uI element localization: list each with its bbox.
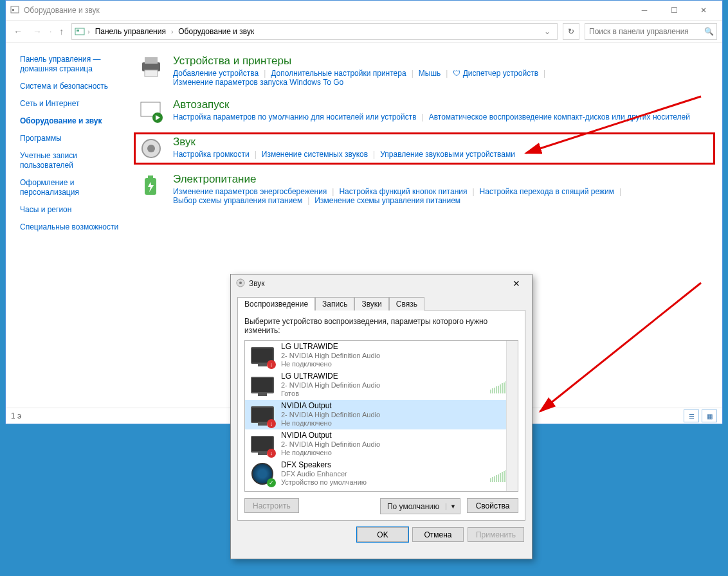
link-volume[interactable]: Настройка громкости	[173, 150, 250, 159]
device-status: Не подключено	[281, 419, 513, 428]
device-desc: 2- NVIDIA High Definition Audio	[281, 440, 513, 449]
sidebar: Панель управления —домашняя страница Сис…	[6, 43, 127, 410]
monitor-icon: ↓	[250, 402, 275, 427]
refresh-button[interactable]: ↻	[563, 23, 579, 40]
address-bar[interactable]: › Панель управления › Оборудование и зву…	[71, 23, 558, 40]
device-desc: DFX Audio Enhancer	[281, 470, 484, 478]
search-input[interactable]	[588, 26, 704, 37]
link-change-plan[interactable]: Изменение схемы управления питанием	[314, 196, 460, 205]
device-row[interactable]: ✓DFX SpeakersDFX Audio EnhancerУстройств…	[245, 459, 518, 489]
sidebar-item-system[interactable]: Система и безопасность	[20, 82, 127, 91]
svg-point-15	[239, 282, 242, 284]
device-name: NVIDIA Output	[281, 431, 513, 440]
view-details-button[interactable]: ☰	[684, 410, 699, 422]
link-add-device[interactable]: Добавление устройства	[173, 69, 259, 78]
view-icons-button[interactable]: ▦	[702, 410, 717, 422]
speaker-icon	[138, 136, 164, 161]
address-icon	[75, 26, 85, 37]
maximize-button[interactable]: ☐	[659, 1, 689, 20]
device-desc: 2- NVIDIA High Definition Audio	[281, 381, 484, 390]
link-sleep[interactable]: Настройка перехода в спящий режим	[480, 187, 614, 196]
dialog-buttons: OK Отмена Применить	[231, 521, 532, 548]
link-power-plan[interactable]: Выбор схемы управления питанием	[173, 196, 302, 205]
instruction-text: Выберите устройство воспроизведения, пар…	[244, 317, 518, 335]
chevron-down-icon[interactable]: ▼	[446, 503, 460, 510]
sidebar-item-programs[interactable]: Программы	[20, 134, 127, 143]
sound-icon	[236, 278, 245, 289]
link-power-buttons[interactable]: Настройка функций кнопок питания	[339, 187, 467, 196]
sound-dialog: Звук ✕ Воспроизведение Запись Звуки Связ…	[230, 274, 532, 559]
set-default-button[interactable]: По умолчанию▼	[380, 498, 460, 514]
device-row[interactable]: LG ULTRAWIDE2- NVIDIA High Definition Au…	[245, 370, 518, 400]
link-mouse[interactable]: Мышь	[419, 69, 441, 78]
category-title[interactable]: Электропитание	[173, 173, 711, 186]
window-icon	[10, 5, 20, 15]
device-name: DFX Speakers	[281, 461, 484, 470]
sidebar-item-accessibility[interactable]: Специальные возможности	[20, 222, 127, 232]
chevron-down-icon[interactable]: ⌄	[540, 27, 554, 36]
device-list: ↓LG ULTRAWIDE2- NVIDIA High Definition A…	[244, 340, 518, 492]
dialog-close-button[interactable]: ✕	[506, 276, 527, 291]
cancel-button[interactable]: Отмена	[412, 527, 464, 542]
sidebar-item-network[interactable]: Сеть и Интернет	[20, 99, 127, 109]
category-title[interactable]: Звук	[173, 136, 515, 148]
device-desc: 2- NVIDIA High Definition Audio	[281, 411, 513, 419]
device-status: Не подключено	[281, 449, 513, 457]
svg-rect-6	[145, 70, 158, 76]
status-text: 1 э	[11, 411, 21, 420]
svg-rect-13	[148, 176, 153, 179]
minimize-button[interactable]: ─	[630, 1, 659, 20]
tab-page-playback: Выберите устройство воспроизведения, пар…	[237, 310, 525, 521]
tab-playback[interactable]: Воспроизведение	[237, 297, 315, 310]
sidebar-item-clock[interactable]: Часы и регион	[20, 205, 127, 215]
link-power-settings[interactable]: Изменение параметров энергосбережения	[173, 187, 327, 196]
link-autoplay-defaults[interactable]: Настройка параметров по умолчанию для но…	[173, 113, 417, 122]
svg-rect-1	[12, 9, 14, 11]
window-title: Оборудование и звук	[24, 6, 100, 15]
back-button[interactable]: ←	[11, 26, 25, 37]
sidebar-item-hardware[interactable]: Оборудование и звук	[20, 116, 127, 126]
category-title[interactable]: Автозапуск	[173, 98, 690, 111]
device-status: Не подключено	[281, 360, 513, 368]
tab-recording[interactable]: Запись	[315, 297, 354, 310]
sidebar-home[interactable]: Панель управления —домашняя страница	[20, 55, 127, 74]
dialog-titlebar: Звук ✕	[231, 274, 532, 292]
svg-rect-3	[77, 30, 79, 32]
link-autoplay-cd[interactable]: Автоматическое воспроизведение компакт-д…	[429, 113, 690, 122]
device-row[interactable]: ↓NVIDIA Output2- NVIDIA High Definition …	[245, 429, 518, 459]
sidebar-item-appearance[interactable]: Оформление и персонализация	[20, 178, 127, 197]
link-sound-devices[interactable]: Управление звуковыми устройствами	[380, 150, 515, 159]
crumb-root[interactable]: Панель управления	[93, 27, 168, 36]
close-button[interactable]: ✕	[689, 1, 718, 20]
forward-button[interactable]: →	[30, 26, 44, 37]
configure-button[interactable]: Настроить	[244, 498, 299, 513]
svg-rect-5	[145, 57, 158, 64]
category-title[interactable]: Устройства и принтеры	[173, 55, 711, 68]
up-button[interactable]: ↑	[57, 26, 66, 37]
device-name: LG ULTRAWIDE	[281, 372, 484, 381]
scrollbar[interactable]	[506, 341, 518, 491]
monitor-icon: ↓	[250, 432, 275, 456]
device-row[interactable]: ↓NVIDIA Output2- NVIDIA High Definition …	[245, 400, 518, 429]
toolbar: ← → · ↑ › Панель управления › Оборудован…	[6, 20, 722, 43]
link-windows-togo[interactable]: Изменение параметров запуска Windows To …	[173, 78, 343, 87]
link-printer-settings[interactable]: Дополнительные настройки принтера	[271, 69, 406, 78]
apply-button[interactable]: Применить	[468, 527, 524, 542]
category-sound: Звук Настройка громкости| Изменение сист…	[134, 133, 714, 164]
link-device-manager[interactable]: 🛡 Диспетчер устройств	[453, 69, 538, 78]
battery-icon	[138, 173, 164, 199]
category-devices: Устройства и принтеры Добавление устройс…	[134, 52, 714, 89]
sidebar-item-accounts[interactable]: Учетные записи пользователей	[20, 151, 127, 170]
device-status: Готов	[281, 390, 484, 398]
search-box[interactable]: 🔍	[585, 23, 717, 40]
device-name: NVIDIA Output	[281, 402, 513, 411]
link-system-sounds[interactable]: Изменение системных звуков	[262, 150, 368, 159]
printer-icon	[138, 55, 164, 80]
ok-button[interactable]: OK	[357, 527, 408, 542]
crumb-current[interactable]: Оборудование и звук	[176, 27, 257, 36]
svg-rect-0	[11, 6, 19, 13]
device-row[interactable]: ↓LG ULTRAWIDE2- NVIDIA High Definition A…	[245, 341, 518, 370]
properties-button[interactable]: Свойства	[467, 498, 518, 513]
tab-sounds[interactable]: Звуки	[354, 297, 388, 310]
tab-communications[interactable]: Связь	[389, 297, 424, 310]
